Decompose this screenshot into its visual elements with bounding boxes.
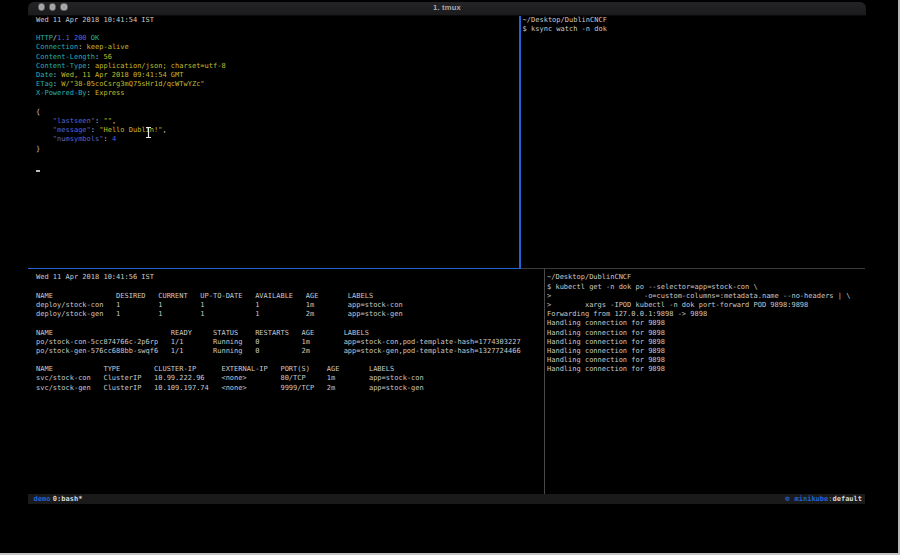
terminal-text: deploy/stock-con 1 1 1 1 1m app=stock-co… bbox=[36, 301, 403, 309]
terminal-cursor bbox=[36, 170, 40, 173]
terminal-text: "message" bbox=[53, 126, 91, 134]
window-title: 1. tmux bbox=[28, 2, 866, 16]
terminal-text: OK bbox=[91, 34, 99, 42]
terminal-text: NAME READY STATUS RESTARTS AGE LABELS bbox=[36, 329, 369, 337]
terminal-text: Wed 11 Apr 2018 10:41:56 IST bbox=[36, 273, 154, 281]
terminal-text: "" bbox=[103, 117, 111, 125]
terminal-text: HTTP bbox=[36, 34, 53, 42]
terminal-text: } bbox=[36, 145, 40, 153]
terminal-text: : bbox=[91, 126, 99, 134]
pane-divider-horizontal-active[interactable] bbox=[28, 268, 521, 270]
window-tab-bash[interactable]: 0:bash* bbox=[53, 495, 83, 503]
terminal-text: Content-Type bbox=[36, 62, 87, 70]
terminal-text: $ ksync watch -n dok bbox=[523, 25, 607, 33]
terminal-text: 1.1 200 bbox=[57, 34, 87, 42]
terminal-text: X-Powered-By bbox=[36, 89, 87, 97]
terminal-text: Content-Length bbox=[36, 53, 95, 61]
terminal-text: : bbox=[87, 62, 95, 70]
terminal-text: Handling connection for 9898 bbox=[547, 329, 665, 337]
terminal-text: svc/stock-gen ClusterIP 10.109.197.74 <n… bbox=[36, 384, 424, 392]
terminal-text bbox=[36, 135, 53, 143]
terminal-text: : bbox=[103, 135, 111, 143]
pane-port-forward[interactable]: ~/Desktop/DublinCNCF $ kubectl get -n do… bbox=[547, 273, 850, 374]
terminal-text: deploy/stock-gen 1 1 1 1 2m app=stock-ge… bbox=[36, 310, 403, 318]
terminal-text: : bbox=[78, 43, 86, 51]
terminal-text: Handling connection for 9898 bbox=[547, 347, 665, 355]
terminal-text: NAME TYPE CLUSTER-IP EXTERNAL-IP PORT(S)… bbox=[36, 365, 394, 373]
terminal-text: ~/Desktop/DublinCNCF bbox=[523, 16, 607, 24]
pane-ksync-watch[interactable]: ~/Desktop/DublinCNCF $ ksync watch -n do… bbox=[523, 16, 607, 34]
terminal-text: { bbox=[36, 108, 40, 116]
terminal-text: 56 bbox=[103, 53, 111, 61]
terminal-text: po/stock-gen-576cc688bb-swqf6 1/1 Runnin… bbox=[36, 347, 521, 355]
terminal-text: ETag bbox=[36, 80, 53, 88]
terminal-text: Express bbox=[95, 89, 125, 97]
terminal-text: "lastseen" bbox=[53, 117, 95, 125]
terminal-text: > xargs -IPOD kubectl -n dok port-forwar… bbox=[547, 301, 808, 309]
pane-divider-vertical-top[interactable] bbox=[519, 16, 521, 270]
terminal-text: Handling connection for 9898 bbox=[547, 365, 665, 373]
window-titlebar[interactable]: 1. tmux bbox=[28, 2, 866, 16]
terminal-text: po/stock-con-5cc874766c-2p6rp 1/1 Runnin… bbox=[36, 338, 521, 346]
terminal-text: , bbox=[112, 117, 116, 125]
terminal-text: Handling connection for 9898 bbox=[547, 356, 665, 364]
pane-divider-vertical-bottom[interactable] bbox=[544, 269, 546, 493]
terminal-text: Wed 11 Apr 2018 10:41:54 IST bbox=[36, 16, 154, 24]
kube-namespace: default bbox=[832, 495, 862, 503]
terminal-text: svc/stock-con ClusterIP 10.99.222.96 <no… bbox=[36, 374, 424, 382]
terminal-text bbox=[36, 117, 53, 125]
terminal-text: Handling connection for 9898 bbox=[547, 338, 665, 346]
terminal-text: , bbox=[162, 126, 166, 134]
terminal-text: Connection bbox=[36, 43, 78, 51]
terminal-text: ~/Desktop/DublinCNCF bbox=[547, 273, 631, 281]
terminal-text: 4 bbox=[112, 135, 116, 143]
terminal-text: : bbox=[87, 89, 95, 97]
terminal-text: "numsymbols" bbox=[53, 135, 104, 143]
terminal-text: $ kubectl get -n dok po --selector=app=s… bbox=[547, 283, 758, 291]
terminal-text: > -o=custom-columns=:metadata.name --no-… bbox=[547, 292, 850, 300]
terminal-text: keep-alive bbox=[87, 43, 129, 51]
tmux-status-bar: demo0:bash* ☸ minikube:default bbox=[28, 494, 865, 504]
status-right-kube-context: ☸ minikube:default bbox=[785, 494, 866, 504]
kube-context: minikube bbox=[795, 495, 829, 503]
terminal-text: Wed, 11 Apr 2018 09:41:54 GMT bbox=[61, 71, 183, 79]
terminal-text: W/"38-05coCsrg3mQ75sHr1d/qcWTwYZc" bbox=[61, 80, 204, 88]
pane-http-response[interactable]: Wed 11 Apr 2018 10:41:54 IST HTTP/1.1 20… bbox=[36, 16, 226, 154]
pane-kubectl-get[interactable]: Wed 11 Apr 2018 10:41:56 IST NAME DESIRE… bbox=[36, 273, 521, 392]
terminal-text: Handling connection for 9898 bbox=[547, 319, 665, 327]
terminal-text: "Hello Dublin!" bbox=[99, 126, 162, 134]
terminal-text: application/json; charset=utf-8 bbox=[95, 62, 226, 70]
terminal-text bbox=[36, 126, 53, 134]
pane-divider-horizontal[interactable] bbox=[521, 268, 865, 269]
terminal-text: NAME DESIRED CURRENT UP-TO-DATE AVAILABL… bbox=[36, 292, 373, 300]
terminal-text: Date bbox=[36, 71, 53, 79]
ibeam-mouse-pointer-icon bbox=[145, 127, 152, 138]
desktop: { "window": { "title": "1. tmux" }, "tra… bbox=[0, 0, 900, 555]
status-left: demo0:bash* bbox=[28, 494, 82, 504]
session-name: demo bbox=[34, 495, 51, 503]
terminal-text: Forwarding from 127.0.0.1:9898 -> 9898 bbox=[547, 310, 707, 318]
